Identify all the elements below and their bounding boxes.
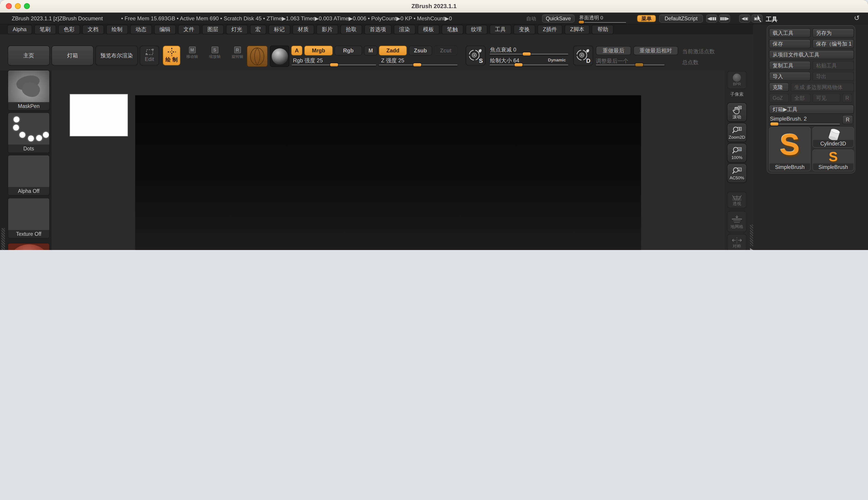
tool-r-button[interactable]: R [842,115,853,124]
menu-item-picker[interactable]: 拾取 [340,25,362,34]
copy-tool-button[interactable]: 复制工具 [769,61,811,70]
draw-size-slider[interactable] [490,65,568,66]
menu-item-marker[interactable]: 标记 [268,25,290,34]
texture-selector[interactable]: Texture Off [8,198,50,238]
document-canvas[interactable] [135,95,641,250]
rotate-gyro-button[interactable]: R 旋转轴 [231,46,244,60]
floor-grid-button[interactable]: 地网格 [727,211,747,232]
brush-selector[interactable]: MaskPen [8,70,50,111]
menu-item-layer[interactable]: 图层 [202,25,224,34]
stroke-selector[interactable]: Dots [8,113,50,153]
m-channel-button[interactable]: M [364,46,378,56]
z-intensity-slider[interactable] [379,65,457,66]
menu-item-alpha[interactable]: Alpha [7,25,32,34]
zoom2d-button[interactable]: Zoom2D [727,123,747,142]
dynamic-size-label[interactable]: Dynamic [548,57,566,62]
menu-item-draw[interactable]: 绘制 [106,25,128,34]
menus-toggle-button[interactable]: 菜单 [637,15,656,22]
tool-item-simplebrush-large[interactable]: S SimpleBrush [769,127,811,171]
document-workspace[interactable] [52,70,725,250]
material-selector[interactable]: MatCap Red Wax [8,243,50,250]
goz-visible-button[interactable]: 可见 [812,93,841,103]
goz-button[interactable]: GoZ [769,93,789,103]
antialias-half-button[interactable]: AC50% [727,163,747,183]
menu-item-material[interactable]: 材质 [292,25,314,34]
menu-item-render[interactable]: 渲染 [393,25,415,34]
actual-size-button[interactable]: x1 100% [727,143,747,162]
quicksave-button[interactable]: QuickSave [542,14,575,23]
zsub-button[interactable]: Zsub [409,46,432,56]
slide-right-tray-icon[interactable]: ▮▮▮▶ [719,14,730,23]
bpr-render-button[interactable]: BPR [727,71,747,89]
save-numbered-button[interactable]: 保存（编号加 1 [812,39,854,48]
menu-item-macro[interactable]: 宏 [250,25,266,34]
menu-item-dynamics[interactable]: 动态 [130,25,152,34]
home-button[interactable]: 主页 [8,46,50,66]
menu-item-color[interactable]: 色彩 [58,25,80,34]
menu-item-edit[interactable]: 编辑 [154,25,176,34]
redo-last-button[interactable]: 重做最后 [596,46,631,55]
load-from-project-button[interactable]: 从项目文件载入工具 [769,50,854,59]
ui-opacity-slider[interactable] [579,22,626,23]
clone-button[interactable]: 克隆 [769,83,789,92]
menu-item-brush[interactable]: 笔刷 [34,25,56,34]
menu-item-zplugin[interactable]: Z插件 [537,25,563,34]
dock-left-palette-icon[interactable]: ◀▣ [739,14,750,23]
goz-all-button[interactable]: 全部 [791,93,811,103]
size-mode-button[interactable]: S [466,46,486,66]
zcut-button[interactable]: Zcut [434,46,457,56]
menu-item-transform[interactable]: 变换 [513,25,535,34]
load-tool-button[interactable]: 载入工具 [769,29,811,37]
tool-item-simplebrush-small[interactable]: S SimpleBrush [812,149,854,171]
zadd-button[interactable]: Zadd [379,46,407,56]
menu-item-movie[interactable]: 影片 [316,25,338,34]
alpha-selector[interactable]: Alpha Off [8,155,50,196]
tool-item-cylinder3d[interactable]: Cylinder3D [812,127,854,148]
rgb-intensity-slider[interactable] [292,65,376,66]
menu-item-light[interactable]: 灯光 [226,25,247,34]
active-tool-slider[interactable] [769,124,840,125]
menu-item-file[interactable]: 文件 [178,25,200,34]
alpha-channel-button[interactable]: A [291,46,302,56]
perspective-button[interactable]: 透视 [727,192,747,208]
slide-left-tray-icon[interactable]: ◀▮▮▮ [706,14,717,23]
menu-item-tool[interactable]: 工具 [489,25,511,34]
export-button[interactable]: 导出 [812,72,854,81]
focal-shift-slider[interactable] [490,54,568,55]
zscript-button[interactable]: DefaultZScript [659,14,703,23]
tool-palette-header: 工具 [766,15,778,23]
current-brush-preview[interactable] [247,46,268,67]
symmetry-button[interactable]: 对称 [727,234,747,250]
scroll-button[interactable]: 滚动 [727,103,747,122]
import-button[interactable]: 导入 [769,72,811,81]
adjust-last-slider[interactable] [596,65,665,66]
menu-item-preferences[interactable]: 首选项 [364,25,391,34]
menu-item-help[interactable]: 帮助 [592,25,614,34]
menu-item-stroke[interactable]: 笔触 [442,25,463,34]
save-as-button[interactable]: 另存为 [812,29,854,37]
dynamic-mode-button[interactable]: D [573,46,593,66]
rgb-channel-button[interactable]: Rgb [335,46,362,56]
lightbox-tool-button[interactable]: 灯箱▶工具 [769,105,854,114]
restore-configuration-icon[interactable]: ↺ [854,14,860,22]
save-button[interactable]: 保存 [769,39,811,48]
rgb-intensity-label: Rgb 强度 25 [293,57,323,65]
menu-item-stencil[interactable]: 模板 [418,25,439,34]
paste-tool-button[interactable]: 粘贴工具 [812,61,854,70]
make-polymesh-button[interactable]: 生成 多边形网格物体 [791,83,854,92]
scale-gyro-button[interactable]: S 缩放轴 [208,46,222,60]
menu-item-zscript[interactable]: Z脚本 [565,25,590,34]
draw-mode-button[interactable]: 绘 制 [163,46,180,66]
goz-r-button[interactable]: R [842,93,852,103]
move-gyro-button[interactable]: M 移动轴 [185,46,199,60]
document-preview-thumbnail[interactable] [70,94,128,136]
preview-boolean-button[interactable]: 预览布尔渲染 [96,46,138,66]
menu-item-texture[interactable]: 纹理 [465,25,487,34]
mrgb-channel-button[interactable]: Mrgb [304,46,333,56]
left-tray-drag-handle[interactable] [1,228,5,250]
menu-item-document[interactable]: 文档 [82,25,104,34]
current-material-preview[interactable] [270,46,289,67]
lightbox-button[interactable]: 灯箱 [52,46,93,66]
edit-mode-button[interactable]: Edit [140,46,159,66]
redo-last-relative-button[interactable]: 重做最后相对 [633,46,678,55]
